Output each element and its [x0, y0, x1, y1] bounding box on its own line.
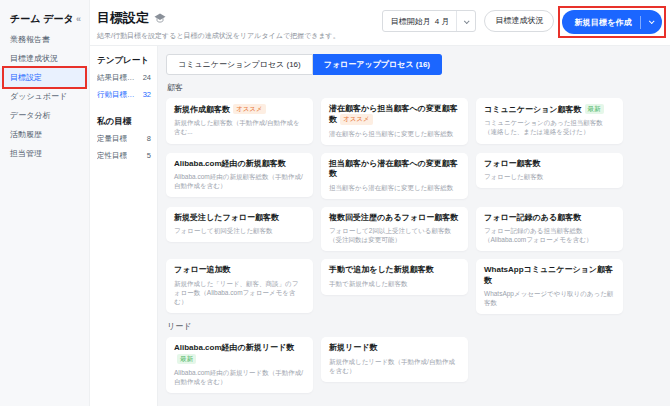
- template-section-title: 私の目標: [97, 113, 151, 130]
- page-header: 目標設定 結果/行動目標を設定すると目標の達成状況をリアルタイムで把握できます。…: [90, 0, 670, 46]
- sidebar-item[interactable]: 業務報告書: [0, 30, 89, 49]
- goal-template-card[interactable]: 新規受注したフォロー顧客数フォローして初回受注した顧客数: [166, 207, 313, 242]
- goal-template-card[interactable]: 手動で追加をした新規顧客数手動で新規作成した顧客数: [321, 259, 468, 294]
- card-description: フォローした顧客数: [484, 172, 615, 181]
- template-item-label: 行動目標テンプ...: [97, 90, 141, 100]
- goal-start-month-select[interactable]: 目標開始月 4 月: [382, 10, 477, 32]
- collapse-sidebar-icon[interactable]: «: [76, 14, 81, 24]
- goal-template-card[interactable]: 新規リード数新規作成したリード数（手動作成/自動作成を含む）: [321, 337, 468, 382]
- chevron-down-icon[interactable]: [641, 20, 662, 24]
- create-goal-button[interactable]: 新規目標を作成: [562, 10, 662, 34]
- template-item-count: 24: [143, 73, 151, 82]
- template-section-title: テンプレート: [97, 52, 151, 69]
- page-title: 目標設定: [97, 9, 149, 27]
- graduation-cap-icon[interactable]: [154, 13, 166, 23]
- main-column: 目標設定 結果/行動目標を設定すると目標の達成状況をリアルタイムで把握できます。…: [90, 0, 670, 406]
- card-title: 手動で追加をした新規顧客数: [329, 265, 460, 275]
- goal-template-card[interactable]: 新規作成顧客数オススメ新規作成した顧客数（手動作成/自動作成を含む...: [166, 98, 313, 144]
- card-description: フォロー記録のある担当顧客総数（Alibaba.comフォローメモを含む）: [484, 226, 615, 244]
- card-title: Alibaba.com経由の新規顧客数: [174, 159, 305, 169]
- process-tab[interactable]: フォローアッププロセス (16): [313, 54, 442, 75]
- card-description: 新規作成した顧客数（手動作成/自動作成を含む...: [174, 118, 305, 136]
- card-description: 潜在顧客から担当顧客に変更した顧客総数: [329, 129, 460, 138]
- template-panel-item[interactable]: 結果目標テンプ...24: [97, 69, 151, 86]
- card-title: フォロー追加数: [174, 265, 305, 275]
- card-description: 新規作成したリード数（手動作成/自動作成を含む）: [329, 357, 460, 375]
- create-goal-button-label: 新規目標を作成: [562, 17, 640, 28]
- card-description: 新規作成した「リード、顧客、商談」のフォロー数（Alibaba.comフォローメ…: [174, 279, 305, 306]
- goal-template-card[interactable]: 潜在顧客から担当顧客への変更顧客数オススメ潜在顧客から担当顧客に変更した顧客総数: [321, 98, 468, 145]
- template-item-label: 定性目標: [97, 151, 127, 161]
- card-description: Alibaba.com経由の新規顧客総数（手動作成/自動作成を含む）: [174, 172, 305, 190]
- card-grid: 新規作成顧客数オススメ新規作成した顧客数（手動作成/自動作成を含む...潜在顧客…: [166, 98, 660, 314]
- app-window: チーム データ « 業務報告書目標達成状況目標設定ダッシュボードデータ分析活動履…: [0, 0, 670, 406]
- chevron-down-icon: [457, 17, 475, 26]
- recommend-badge: オススメ: [340, 114, 373, 124]
- sidebar-item[interactable]: 担当管理: [0, 144, 89, 163]
- app-sidebar: チーム データ « 業務報告書目標達成状況目標設定ダッシュボードデータ分析活動履…: [0, 0, 90, 406]
- template-panel-item[interactable]: 行動目標テンプ...32: [97, 86, 151, 103]
- goal-template-card[interactable]: フォロー記録のある顧客数フォロー記録のある担当顧客総数（Alibaba.comフ…: [476, 207, 623, 252]
- card-title: 新規受注したフォロー顧客数: [174, 213, 305, 223]
- sidebar-item[interactable]: 活動履歴: [0, 125, 89, 144]
- template-item-count: 5: [147, 151, 151, 160]
- card-description: Alibaba.com経由の新規リード数（手動作成/自動作成を含む）: [174, 368, 305, 386]
- new-badge: 最新: [177, 354, 196, 364]
- page-header-actions: 目標開始月 4 月 目標達成状況 新規目標を作成: [382, 0, 662, 45]
- template-panel: テンプレート結果目標テンプ...24行動目標テンプ...32私の目標定量目標8定…: [90, 46, 158, 406]
- goal-template-card[interactable]: Alibaba.com経由の新規リード数最新Alibaba.com経由の新規リー…: [166, 337, 313, 393]
- card-description: WhatsAppメッセージでやり取りのあった顧客数: [484, 289, 615, 307]
- card-title: 複数回受注歴のあるフォロー顧客数: [329, 213, 460, 223]
- page-header-left: 目標設定 結果/行動目標を設定すると目標の達成状況をリアルタイムで把握できます。: [97, 0, 340, 45]
- sidebar-item[interactable]: データ分析: [0, 106, 89, 125]
- template-item-count: 32: [143, 90, 151, 99]
- card-description: コミュニケーションのあった担当顧客数（連絡した、または連絡を受けた）: [484, 118, 615, 136]
- goal-template-card[interactable]: Alibaba.com経由の新規顧客数Alibaba.com経由の新規顧客総数（…: [166, 153, 313, 198]
- goal-template-card[interactable]: WhatsAppコミュニケーション顧客数WhatsAppメッセージでやり取りのあ…: [476, 259, 623, 314]
- card-title: コミュニケーション顧客数最新: [484, 104, 615, 115]
- process-tab[interactable]: コミュニケーションプロセス (16): [166, 54, 313, 75]
- card-title: 担当顧客から潜在顧客への変更顧客数: [329, 159, 460, 180]
- template-item-count: 8: [147, 134, 151, 143]
- goal-template-card[interactable]: 担当顧客から潜在顧客への変更顧客数担当顧客から潜在顧客に変更した顧客総数: [321, 153, 468, 199]
- page-subtitle: 結果/行動目標を設定すると目標の達成状況をリアルタイムで把握できます。: [97, 31, 340, 41]
- card-description: フォローして初回受注した顧客数: [174, 226, 305, 235]
- sidebar-item[interactable]: ダッシュボード: [0, 87, 89, 106]
- goal-template-card[interactable]: フォロー顧客数フォローした顧客数: [476, 153, 623, 188]
- card-description: 手動で新規作成した顧客数: [329, 279, 460, 288]
- goal-template-card[interactable]: 複数回受注歴のあるフォロー顧客数フォローして2回以上受注している顧客数（受注回数…: [321, 207, 468, 252]
- sidebar-title: チーム データ: [10, 12, 74, 26]
- template-panel-item[interactable]: 定性目標5: [97, 147, 151, 164]
- month-select-value: 4 月: [435, 16, 457, 27]
- card-title: フォロー顧客数: [484, 159, 615, 169]
- month-select-label: 目標開始月: [383, 16, 435, 27]
- section-label: 顧客: [167, 82, 660, 93]
- card-title: フォロー記録のある顧客数: [484, 213, 615, 223]
- template-item-label: 結果目標テンプ...: [97, 73, 141, 83]
- card-title: 新規リード数: [329, 343, 460, 353]
- card-title: Alibaba.com経由の新規リード数最新: [174, 343, 305, 365]
- card-title: WhatsAppコミュニケーション顧客数: [484, 265, 615, 286]
- goal-status-button[interactable]: 目標達成状況: [484, 10, 554, 32]
- sidebar-header: チーム データ «: [0, 8, 89, 30]
- card-grid: Alibaba.com経由の新規リード数最新Alibaba.com経由の新規リー…: [166, 337, 660, 393]
- sidebar-item-goal-setting[interactable]: 目標設定: [0, 68, 89, 87]
- template-panel-item[interactable]: 定量目標8: [97, 130, 151, 147]
- recommend-badge: オススメ: [233, 104, 266, 114]
- template-item-label: 定量目標: [97, 134, 127, 144]
- goal-template-card[interactable]: コミュニケーション顧客数最新コミュニケーションのあった担当顧客数（連絡した、また…: [476, 98, 623, 144]
- card-title: 新規作成顧客数オススメ: [174, 104, 305, 115]
- template-panel-section: テンプレート結果目標テンプ...24行動目標テンプ...32: [97, 52, 151, 103]
- card-title: 潜在顧客から担当顧客への変更顧客数オススメ: [329, 104, 460, 126]
- new-badge: 最新: [585, 104, 604, 114]
- sidebar-item[interactable]: 目標達成状況: [0, 49, 89, 68]
- body-row: テンプレート結果目標テンプ...24行動目標テンプ...32私の目標定量目標8定…: [90, 46, 670, 406]
- card-description: 担当顧客から潜在顧客に変更した顧客総数: [329, 183, 460, 192]
- process-tabs: コミュニケーションプロセス (16)フォローアッププロセス (16): [166, 54, 660, 75]
- template-panel-section: 私の目標定量目標8定性目標5: [97, 113, 151, 164]
- goal-template-content: コミュニケーションプロセス (16)フォローアッププロセス (16) 顧客新規作…: [158, 46, 670, 406]
- goal-template-card[interactable]: フォロー追加数新規作成した「リード、顧客、商談」のフォロー数（Alibaba.c…: [166, 259, 313, 313]
- card-description: フォローして2回以上受注している顧客数（受注回数は変更可能）: [329, 226, 460, 244]
- section-label: リード: [167, 321, 660, 332]
